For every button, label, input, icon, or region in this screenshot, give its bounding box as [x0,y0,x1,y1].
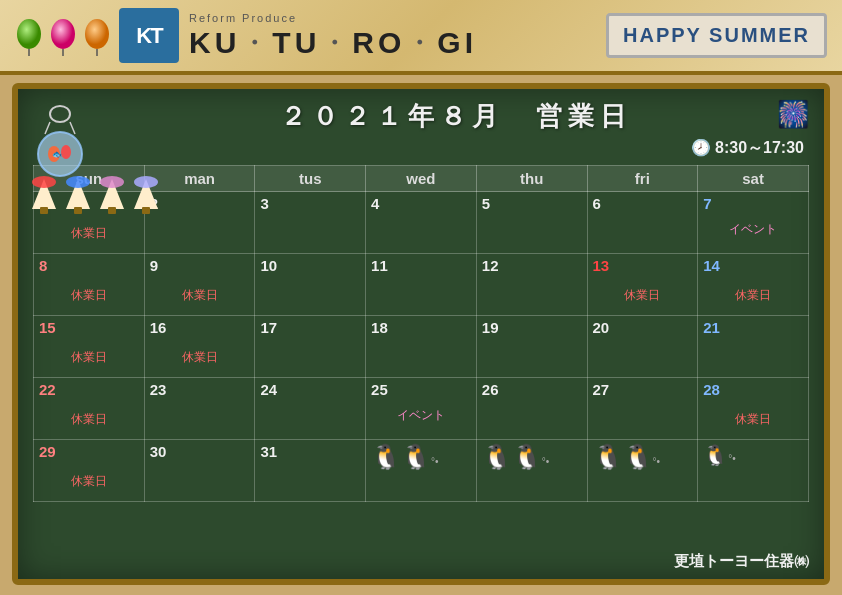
calendar-row-1: 8休業日9休業日10111213休業日14休業日 [34,254,809,316]
company-name: 更埴トーヨー住器㈱ [674,552,809,571]
calendar-cell: 17 [255,316,366,378]
logo-box: KT [119,8,179,63]
kyugyobi-label: 休業日 [39,411,139,428]
calendar-cell: 7イベント [698,192,809,254]
event-label: イベント [371,407,471,424]
calendar-cell: 29休業日 [34,440,145,502]
svg-line-7 [45,122,50,134]
svg-point-14 [32,176,56,188]
penguin-icon: 🐧 [703,444,728,466]
calendar-cell: 6 [587,192,698,254]
calendar-cell: 20 [587,316,698,378]
svg-point-23 [134,176,158,188]
calendar-cell: 30 [144,440,255,502]
clock-icon: 🕗 [691,139,711,156]
svg-rect-18 [74,207,82,214]
calendar-cell: 27 [587,378,698,440]
calendar-cell: 🐧🐧°• [476,440,587,502]
header-sat: sat [698,166,809,192]
day-number: 21 [703,319,720,336]
header-tus: tus [255,166,366,192]
dot1: ・ [242,27,270,59]
brand-ku: KU [189,26,240,60]
calendar-cell: 28休業日 [698,378,809,440]
kyugyobi-label: 休業日 [150,349,250,366]
brand-name: KU ・ TU ・ RO ・ GI [189,26,606,60]
day-number: 30 [150,443,167,460]
happy-summer-box: HAPPY SUMMER [606,13,827,58]
day-number: 6 [593,195,601,212]
calendar-cell: 🐧🐧°• [366,440,477,502]
day-number: 7 [703,195,711,212]
calendar-row-4: 29休業日3031🐧🐧°•🐧🐧°•🐧🐧°•🐧°• [34,440,809,502]
day-number: 11 [371,257,388,274]
kyugyobi-label: 休業日 [39,349,139,366]
header-decorations [15,16,111,56]
svg-rect-15 [40,207,48,214]
calendar-cell: 8休業日 [34,254,145,316]
day-number: 27 [593,381,610,398]
calendar-cell: 31 [255,440,366,502]
day-number: 10 [260,257,277,274]
day-number: 26 [482,381,499,398]
day-number: 23 [150,381,167,398]
shaved-ice-pink-icon [96,174,128,216]
day-number: 13 [593,257,610,274]
day-number: 31 [260,443,277,460]
kyugyobi-label: 休業日 [593,287,693,304]
kyugyobi-label: 休業日 [39,225,139,242]
calendar-cell: 🐧°• [698,440,809,502]
kyugyobi-label: 休業日 [150,287,250,304]
calendar-cell: 23 [144,378,255,440]
shaved-ice-purple-icon [130,174,162,216]
brand-tu: TU [272,26,320,60]
dot2: ・ [322,27,350,59]
fireworks-deco: 🎆 [777,99,809,130]
day-number: 24 [260,381,277,398]
day-number: 28 [703,381,720,398]
day-number: 3 [260,195,268,212]
penguin-icon: 🐧🐧 [593,443,653,470]
dot3: ・ [407,27,435,59]
svg-text:🐟: 🐟 [52,149,62,159]
day-number: 14 [703,257,720,274]
calendar-cell: 12 [476,254,587,316]
reform-produce-label: Reform Produce [189,12,606,24]
calendar-cell: 14休業日 [698,254,809,316]
brand-ro: RO [352,26,405,60]
hours-row: 🕗 8:30～17:30 [33,138,809,159]
kyugyobi-label: 休業日 [39,287,139,304]
calendar-cell: 3 [255,192,366,254]
yoyo-pink-icon [49,16,77,56]
svg-point-0 [17,19,41,49]
day-number: 4 [371,195,379,212]
day-number: 19 [482,319,499,336]
day-number: 25 [371,381,388,398]
calendar-cell: 22休業日 [34,378,145,440]
calendar-cell: 5 [476,192,587,254]
calendar-cell: 19 [476,316,587,378]
calendar-cell: 11 [366,254,477,316]
calendar-cell: 24 [255,378,366,440]
day-number: 20 [593,319,610,336]
goldfish-bag-deco: 🐟 [30,104,90,183]
calendar-cell: 26 [476,378,587,440]
calendar-cell: 🐧🐧°• [587,440,698,502]
calendar-row-2: 15休業日16休業日1718192021 [34,316,809,378]
calendar-row-3: 22休業日232425イベント262728休業日 [34,378,809,440]
hours-text: 8:30～17:30 [715,139,804,156]
svg-point-4 [85,19,109,49]
shaved-ice-red-icon [28,174,60,216]
day-number: 18 [371,319,388,336]
svg-line-8 [70,122,75,134]
calendar-cell: 16休業日 [144,316,255,378]
kyugyobi-label: 休業日 [39,473,139,490]
svg-rect-24 [142,207,150,214]
calendar-cell: 13休業日 [587,254,698,316]
penguin-icon: 🐧🐧 [371,443,431,470]
day-number: 8 [39,257,47,274]
calendar-cell: 15休業日 [34,316,145,378]
yoyo-green-icon [15,16,43,56]
day-number: 16 [150,319,167,336]
kyugyobi-label: 休業日 [703,287,803,304]
